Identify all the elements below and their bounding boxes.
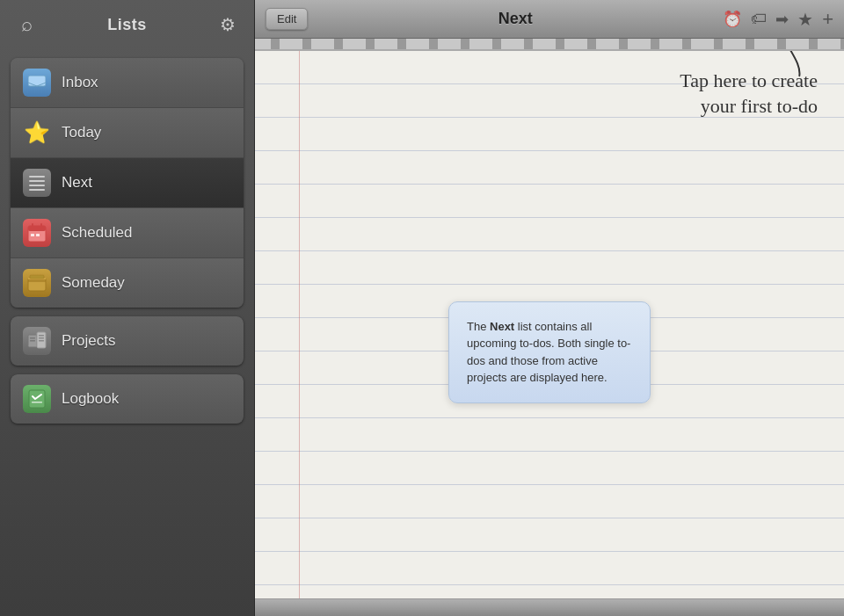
sidebar-header: Lists <box>0 0 254 49</box>
svg-rect-6 <box>28 226 46 231</box>
sidebar-item-logbook[interactable]: Logbook <box>11 374 244 424</box>
notebook[interactable]: Tap here to create your first to-do The … <box>255 39 844 598</box>
inbox-label: Inbox <box>62 74 98 91</box>
today-icon: ⭐ <box>23 119 51 147</box>
info-box-bold: Next <box>490 320 514 333</box>
sidebar-main-group: Inbox ⭐ Today Next <box>11 58 244 308</box>
someday-label: Someday <box>62 274 125 292</box>
tap-hint: Tap here to create your first to-do <box>680 69 818 119</box>
toolbar-title: Next <box>308 10 723 28</box>
svg-rect-21 <box>39 340 44 342</box>
svg-rect-4 <box>29 189 45 191</box>
svg-rect-17 <box>30 337 35 339</box>
toolbar-actions: ⏰ 🏷 ➡ ★ + <box>723 8 833 31</box>
notebook-paper: Tap here to create your first to-do The … <box>255 51 844 598</box>
sidebar-item-today[interactable]: ⭐ Today <box>11 108 244 158</box>
someday-icon <box>23 269 51 297</box>
svg-rect-9 <box>31 234 34 236</box>
svg-rect-3 <box>29 185 45 186</box>
projects-icon <box>23 327 51 355</box>
sidebar-item-inbox[interactable]: Inbox <box>11 58 244 108</box>
svg-rect-22 <box>29 390 45 408</box>
sidebar-item-projects[interactable]: Projects <box>11 316 244 366</box>
logbook-group: Logbook <box>11 374 244 424</box>
today-label: Today <box>62 124 101 141</box>
logbook-label: Logbook <box>62 390 119 408</box>
projects-label: Projects <box>62 332 115 350</box>
svg-rect-0 <box>28 76 46 86</box>
toolbar: Edit Next ⏰ 🏷 ➡ ★ + <box>255 0 844 39</box>
svg-rect-14 <box>30 275 44 279</box>
forward-icon[interactable]: ➡ <box>775 10 789 29</box>
settings-button[interactable] <box>215 12 240 37</box>
inbox-icon <box>23 69 51 97</box>
notebook-bottom <box>255 598 844 616</box>
spiral-binding <box>255 39 844 51</box>
projects-group: Projects <box>11 316 244 366</box>
add-icon[interactable]: + <box>822 8 833 31</box>
star-icon[interactable]: ★ <box>797 9 813 30</box>
scheduled-label: Scheduled <box>62 224 132 242</box>
clock-icon[interactable]: ⏰ <box>723 10 742 29</box>
edit-button[interactable]: Edit <box>266 8 308 30</box>
svg-rect-8 <box>40 223 42 228</box>
logbook-icon <box>23 385 51 413</box>
svg-rect-1 <box>29 176 45 178</box>
sidebar: Lists Inbox ⭐ Today <box>0 0 255 616</box>
next-label: Next <box>62 174 92 192</box>
sidebar-item-next[interactable]: Next <box>11 158 244 208</box>
sidebar-item-scheduled[interactable]: Scheduled <box>11 208 244 258</box>
sidebar-item-someday[interactable]: Someday <box>11 258 244 308</box>
svg-rect-19 <box>39 335 44 337</box>
svg-rect-20 <box>39 337 44 339</box>
svg-rect-7 <box>32 223 33 228</box>
tag-icon[interactable]: 🏷 <box>751 10 767 28</box>
info-box-text: The Next list contains all upcoming to-d… <box>467 318 632 387</box>
next-list-icon <box>23 169 51 197</box>
svg-rect-2 <box>29 180 45 182</box>
app-container: Lists Inbox ⭐ Today <box>0 0 844 616</box>
sidebar-title: Lists <box>39 16 215 34</box>
svg-rect-10 <box>36 234 40 236</box>
info-box: The Next list contains all upcoming to-d… <box>448 301 651 403</box>
search-button[interactable] <box>14 12 39 37</box>
svg-rect-18 <box>30 340 35 342</box>
main-content: Edit Next ⏰ 🏷 ➡ ★ + Tap here to create y… <box>255 0 844 616</box>
svg-rect-23 <box>32 402 42 403</box>
scheduled-icon <box>23 219 51 247</box>
